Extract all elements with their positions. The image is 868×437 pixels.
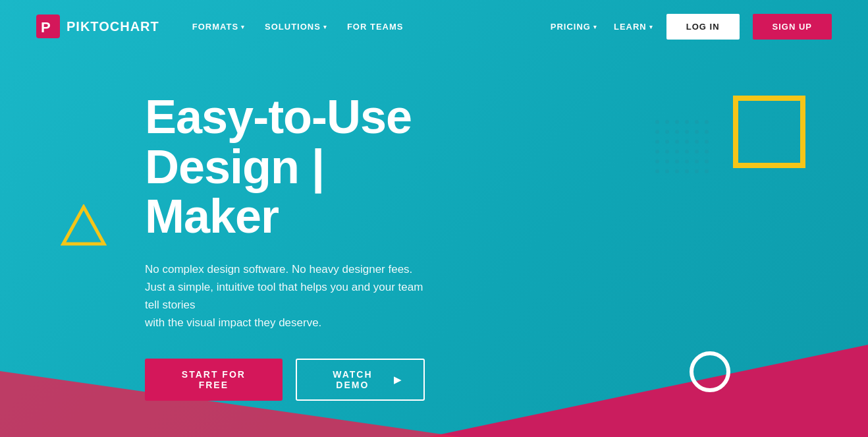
- svg-point-33: [705, 160, 709, 163]
- svg-point-25: [685, 150, 689, 154]
- svg-point-22: [655, 150, 659, 154]
- nav-right-links: PRICING ▾ LEARN ▾: [551, 22, 653, 32]
- start-for-free-button[interactable]: START FOR FREE: [145, 359, 283, 401]
- login-button[interactable]: LOG IN: [666, 14, 740, 40]
- svg-point-38: [695, 169, 699, 173]
- svg-point-12: [675, 130, 679, 134]
- logo[interactable]: P PIKTOCHART: [36, 15, 159, 38]
- watch-demo-button[interactable]: WATCH DEMO ▶: [296, 359, 425, 401]
- nav-right: PRICING ▾ LEARN ▾ LOG IN SIGN UP: [551, 14, 832, 40]
- chevron-down-icon: ▾: [323, 24, 327, 30]
- svg-point-29: [665, 160, 669, 163]
- svg-point-8: [695, 120, 699, 124]
- svg-point-10: [655, 130, 659, 134]
- nav-links: FORMATS ▾ SOLUTIONS ▾ FOR TEAMS: [192, 22, 551, 32]
- svg-point-4: [655, 120, 659, 124]
- signup-button[interactable]: SIGN UP: [753, 14, 832, 40]
- nav-formats[interactable]: FORMATS ▾: [192, 22, 245, 32]
- svg-point-11: [665, 130, 669, 134]
- svg-point-37: [685, 169, 689, 173]
- svg-point-24: [675, 150, 679, 154]
- page-wrapper: P PIKTOCHART FORMATS ▾ SOLUTIONS ▾ FOR T…: [0, 0, 868, 437]
- svg-rect-3: [736, 98, 803, 165]
- svg-point-35: [665, 169, 669, 173]
- nav-learn[interactable]: LEARN ▾: [614, 22, 653, 32]
- svg-point-26: [695, 150, 699, 154]
- svg-point-21: [705, 140, 709, 144]
- svg-point-28: [655, 160, 659, 163]
- svg-point-16: [655, 140, 659, 144]
- hero-title: Easy-to-Use Design | Maker: [145, 92, 425, 242]
- hero-subtitle: No complex design software. No heavy des…: [145, 260, 425, 332]
- nav-for-teams[interactable]: FOR TEAMS: [347, 22, 404, 32]
- svg-point-18: [675, 140, 679, 144]
- white-circle-decoration: [687, 349, 733, 397]
- chevron-down-icon: ▾: [593, 24, 597, 30]
- svg-point-19: [685, 140, 689, 144]
- hero-buttons: START FOR FREE WATCH DEMO ▶: [145, 359, 425, 401]
- svg-point-27: [705, 150, 709, 154]
- svg-point-31: [685, 160, 689, 163]
- nav-pricing[interactable]: PRICING ▾: [551, 22, 597, 32]
- svg-point-7: [685, 120, 689, 124]
- logo-icon: P: [36, 15, 60, 38]
- svg-point-23: [665, 150, 669, 154]
- arrow-right-icon: ▶: [394, 374, 402, 385]
- svg-point-5: [665, 120, 669, 124]
- svg-point-20: [695, 140, 699, 144]
- svg-text:P: P: [41, 19, 51, 36]
- navbar: P PIKTOCHART FORMATS ▾ SOLUTIONS ▾ FOR T…: [0, 0, 868, 53]
- svg-point-40: [692, 353, 728, 390]
- svg-point-32: [695, 160, 699, 163]
- svg-point-6: [675, 120, 679, 124]
- svg-point-17: [665, 140, 669, 144]
- svg-point-36: [675, 169, 679, 173]
- dot-grid-decoration: [651, 115, 736, 204]
- svg-point-9: [705, 120, 709, 124]
- svg-point-15: [705, 130, 709, 134]
- hero-section: Easy-to-Use Design | Maker No complex de…: [0, 53, 461, 401]
- svg-point-13: [685, 130, 689, 134]
- logo-text: PIKTOCHART: [67, 19, 159, 34]
- chevron-down-icon: ▾: [649, 24, 653, 30]
- svg-point-34: [655, 169, 659, 173]
- svg-point-14: [695, 130, 699, 134]
- chevron-down-icon: ▾: [241, 24, 245, 30]
- yellow-square-decoration: [733, 96, 805, 171]
- svg-point-30: [675, 160, 679, 163]
- nav-solutions[interactable]: SOLUTIONS ▾: [265, 22, 327, 32]
- svg-point-39: [705, 169, 709, 173]
